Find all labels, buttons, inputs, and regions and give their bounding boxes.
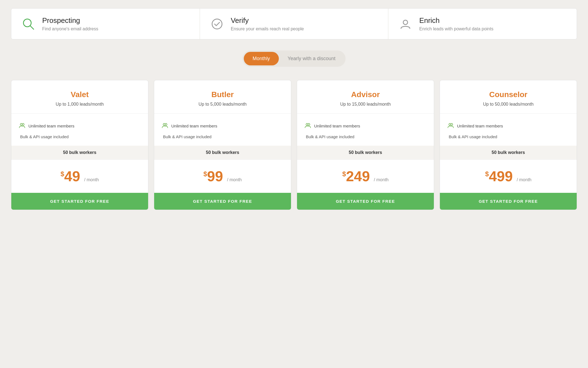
svg-point-3 [403, 20, 408, 25]
advisor-api: Bulk & API usage included [305, 132, 426, 142]
plan-valet: Valet Up to 1,000 leads/month Unlimited … [11, 80, 148, 210]
tab-verify[interactable]: Verify Ensure your emails reach real peo… [200, 9, 389, 39]
counselor-api: Bulk & API usage included [448, 132, 569, 142]
advisor-bulk: 50 bulk workers [297, 146, 434, 159]
counselor-price: $499 / month [440, 160, 577, 193]
team-icon [162, 123, 168, 129]
svg-point-6 [163, 124, 165, 126]
counselor-bulk: 50 bulk workers [440, 146, 577, 159]
counselor-team: Unlimited team members [448, 120, 569, 132]
svg-point-9 [308, 124, 310, 126]
verify-icon [210, 17, 224, 31]
team-icon [305, 123, 311, 129]
valet-bulk: 50 bulk workers [11, 146, 148, 159]
butler-cta[interactable]: GET STARTED FOR FREE [154, 193, 291, 210]
advisor-leads: Up to 15,000 leads/month [305, 102, 426, 107]
yearly-toggle[interactable]: Yearly with a discount [279, 52, 344, 65]
plan-butler: Butler Up to 5,000 leads/month Unlimited… [154, 80, 291, 210]
svg-point-8 [306, 124, 308, 126]
advisor-name: Advisor [305, 90, 426, 99]
butler-bulk: 50 bulk workers [154, 146, 291, 159]
plan-counselor: Counselor Up to 50,000 leads/month Unlim… [440, 80, 577, 210]
counselor-cta[interactable]: GET STARTED FOR FREE [440, 193, 577, 210]
butler-price: $99 / month [154, 160, 291, 193]
monthly-toggle[interactable]: Monthly [244, 52, 279, 65]
butler-api: Bulk & API usage included [162, 132, 283, 142]
advisor-team: Unlimited team members [305, 120, 426, 132]
team-icon [448, 123, 454, 129]
pricing-grid: Valet Up to 1,000 leads/month Unlimited … [11, 80, 577, 210]
tab-prospecting-title: Prospecting [42, 16, 98, 25]
toggle-wrapper: Monthly Yearly with a discount [242, 50, 346, 67]
tab-prospecting[interactable]: Prospecting Find anyone's email address [11, 9, 200, 39]
svg-point-11 [451, 124, 453, 126]
butler-leads: Up to 5,000 leads/month [162, 102, 283, 107]
tab-prospecting-desc: Find anyone's email address [42, 26, 98, 31]
valet-team: Unlimited team members [19, 120, 140, 132]
counselor-leads: Up to 50,000 leads/month [448, 102, 569, 107]
svg-point-10 [449, 124, 451, 126]
svg-line-1 [30, 26, 34, 29]
butler-name: Butler [162, 90, 283, 99]
tab-verify-title: Verify [231, 16, 304, 25]
counselor-name: Counselor [448, 90, 569, 99]
team-icon [19, 123, 25, 129]
plan-advisor: Advisor Up to 15,000 leads/month Unlimit… [297, 80, 434, 210]
svg-point-5 [22, 124, 24, 126]
valet-cta[interactable]: GET STARTED FOR FREE [11, 193, 148, 210]
tab-enrich[interactable]: Enrich Enrich leads with powerful data p… [388, 9, 577, 39]
svg-point-4 [20, 124, 22, 126]
tab-enrich-desc: Enrich leads with powerful data points [419, 26, 493, 31]
valet-leads: Up to 1,000 leads/month [19, 102, 140, 107]
advisor-price: $249 / month [297, 160, 434, 193]
tab-verify-desc: Ensure your emails reach real people [231, 26, 304, 31]
advisor-cta[interactable]: GET STARTED FOR FREE [297, 193, 434, 210]
valet-price: $49 / month [11, 160, 148, 193]
tab-enrich-title: Enrich [419, 16, 493, 25]
svg-point-2 [212, 19, 222, 29]
valet-name: Valet [19, 90, 140, 99]
valet-api: Bulk & API usage included [19, 132, 140, 142]
svg-point-7 [165, 124, 167, 126]
feature-tabs-container: Prospecting Find anyone's email address … [11, 8, 577, 39]
butler-team: Unlimited team members [162, 120, 283, 132]
billing-toggle-container: Monthly Yearly with a discount [11, 50, 577, 67]
search-icon [21, 17, 36, 31]
enrich-icon [398, 17, 413, 31]
